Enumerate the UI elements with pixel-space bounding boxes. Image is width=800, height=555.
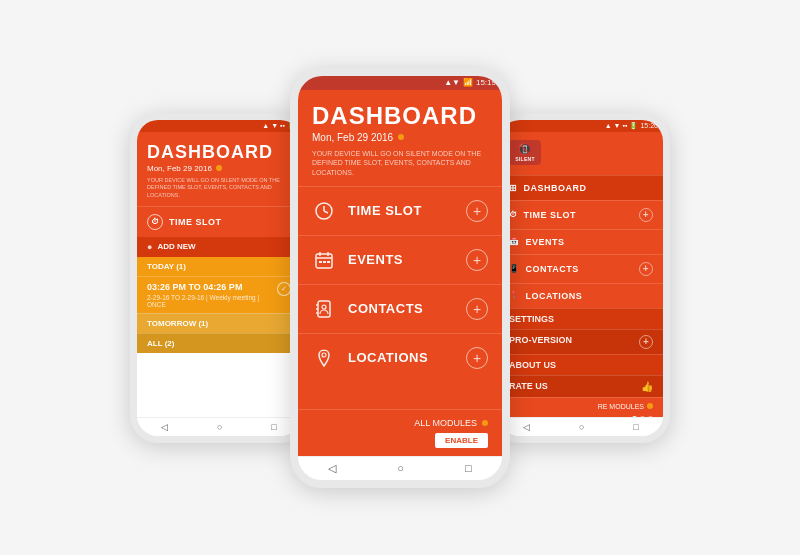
contacts-icon: [312, 297, 336, 321]
pro-plus[interactable]: +: [639, 335, 653, 349]
all-section: ALL (2): [137, 333, 301, 353]
events-add-btn[interactable]: +: [466, 249, 488, 271]
right-rateus[interactable]: RATE US 👍: [499, 375, 663, 397]
left-subtitle: YOUR DEVICE WILL GO ON SILENT MODE ON TH…: [147, 177, 291, 200]
right-back-btn[interactable]: ◁: [523, 422, 530, 432]
tomorrow-section: TOMORROW (1): [137, 313, 301, 333]
event-meta: 2-29-16 TO 2-29-16 | Weekly meeting | ON…: [147, 294, 277, 308]
events-icon: [312, 248, 336, 272]
right-bottom-nav: ◁ ○ □: [499, 417, 663, 436]
back-btn[interactable]: ◁: [161, 422, 168, 432]
left-app-title: DASHBOARD: [147, 142, 291, 163]
event-item[interactable]: 03:26 PM TO 04:26 PM 2-29-16 TO 2-29-16 …: [137, 276, 301, 313]
all-modules-row: ALL MODULES: [414, 418, 488, 428]
center-status-bar: ▲▼ 📶 15:19: [298, 76, 502, 90]
left-status-bar: ▲ ▼ ▪▪ 🔋: [137, 120, 301, 132]
right-contacts-icon: 📱: [509, 264, 520, 273]
right-aboutus[interactable]: ABOUT US: [499, 354, 663, 375]
right-settings[interactable]: SETTINGS: [499, 308, 663, 329]
add-new-row[interactable]: ● ADD NEW: [137, 237, 301, 257]
svg-line-2: [324, 211, 328, 213]
locations-add-btn[interactable]: +: [466, 347, 488, 369]
right-home-btn[interactable]: ○: [579, 422, 584, 432]
dashboard-icon: ⊞: [509, 183, 518, 193]
right-modules-row: RE MODULES: [598, 403, 653, 410]
left-status-dot: [216, 165, 222, 171]
right-screen: 📵 SILENT ⊞ DASHBOARD ⏱ TIME SLOT + 📅 EVE…: [499, 132, 663, 417]
center-date-row: Mon, Feb 29 2016: [312, 132, 488, 143]
right-dashboard[interactable]: ⊞ DASHBOARD: [499, 175, 663, 200]
center-app-title: DASHBOARD: [312, 102, 488, 130]
center-contacts[interactable]: CONTACTS +: [298, 284, 502, 333]
center-bottom-nav: ◁ ○ □: [298, 456, 502, 480]
silent-phone-icon: 📵: [518, 143, 532, 156]
right-locations[interactable]: 📍 LOCATIONS: [499, 283, 663, 308]
recent-btn[interactable]: □: [271, 422, 276, 432]
svg-point-14: [322, 305, 326, 309]
right-contacts-plus[interactable]: +: [639, 262, 653, 276]
enable-toggle[interactable]: ENABLE: [435, 433, 488, 448]
right-proversion[interactable]: PRO-VERSION +: [499, 329, 663, 354]
phone-right: ▲ ▼ ▪▪ 🔋 15:20 📵 SILENT ⊞ DASHBOARD ⏱ TI…: [492, 113, 670, 443]
center-locations[interactable]: LOCATIONS +: [298, 333, 502, 382]
svg-point-15: [322, 353, 326, 357]
right-contacts[interactable]: 📱 CONTACTS +: [499, 254, 663, 283]
center-subtitle: YOUR DEVICE WILL GO ON SILENT MODE ON TH…: [312, 149, 488, 178]
left-header: DASHBOARD Mon, Feb 29 2016 YOUR DEVICE W…: [137, 132, 301, 206]
right-timeslot[interactable]: ⏱ TIME SLOT +: [499, 200, 663, 229]
center-footer: ALL MODULES ENABLE: [298, 409, 502, 456]
svg-rect-8: [323, 261, 326, 263]
timeslot-icon: [312, 199, 336, 223]
right-header: 📵 SILENT: [499, 132, 663, 175]
right-events[interactable]: 📅 EVENTS: [499, 229, 663, 254]
center-recent-btn[interactable]: □: [465, 462, 472, 474]
locations-icon: [312, 346, 336, 370]
phones-container: ▲ ▼ ▪▪ 🔋 DASHBOARD Mon, Feb 29 2016 YOUR…: [130, 68, 670, 488]
center-back-btn[interactable]: ◁: [328, 462, 336, 475]
phone-left: ▲ ▼ ▪▪ 🔋 DASHBOARD Mon, Feb 29 2016 YOUR…: [130, 113, 308, 443]
clock-icon: ⏱: [147, 214, 163, 230]
svg-rect-7: [319, 261, 322, 263]
contacts-add-btn[interactable]: +: [466, 298, 488, 320]
right-status-bar: ▲ ▼ ▪▪ 🔋 15:20: [499, 120, 663, 132]
svg-rect-9: [327, 261, 330, 263]
today-section: TODAY (1): [137, 257, 301, 276]
center-screen: DASHBOARD Mon, Feb 29 2016 YOUR DEVICE W…: [298, 90, 502, 456]
left-date-row: Mon, Feb 29 2016: [147, 164, 291, 173]
left-screen: DASHBOARD Mon, Feb 29 2016 YOUR DEVICE W…: [137, 132, 301, 417]
modules-dot: [482, 420, 488, 426]
center-events[interactable]: EVENTS +: [298, 235, 502, 284]
left-timeslot-item[interactable]: ⏱ TIME SLOT: [137, 206, 301, 237]
right-footer: RE MODULES ENABLE: [499, 397, 663, 417]
timeslot-add-btn[interactable]: +: [466, 200, 488, 222]
center-header: DASHBOARD Mon, Feb 29 2016 YOUR DEVICE W…: [298, 90, 502, 186]
right-locations-icon: 📍: [509, 291, 520, 300]
right-modules-dot: [647, 403, 653, 409]
thumb-icon: 👍: [641, 381, 653, 392]
left-bottom-nav: ◁ ○ □: [137, 417, 301, 436]
right-events-icon: 📅: [509, 237, 520, 246]
right-clock-icon: ⏱: [509, 210, 518, 219]
silent-logo: 📵 SILENT: [509, 140, 541, 165]
check-icon: ✓: [277, 282, 291, 296]
event-time: 03:26 PM TO 04:26 PM: [147, 282, 277, 292]
right-recent-btn[interactable]: □: [633, 422, 638, 432]
phone-center: ▲▼ 📶 15:19 DASHBOARD Mon, Feb 29 2016 YO…: [290, 68, 510, 488]
center-home-btn[interactable]: ○: [397, 462, 404, 474]
center-timeslot[interactable]: TIME SLOT +: [298, 186, 502, 235]
right-timeslot-plus[interactable]: +: [639, 208, 653, 222]
home-btn[interactable]: ○: [217, 422, 222, 432]
center-status-dot: [398, 134, 404, 140]
